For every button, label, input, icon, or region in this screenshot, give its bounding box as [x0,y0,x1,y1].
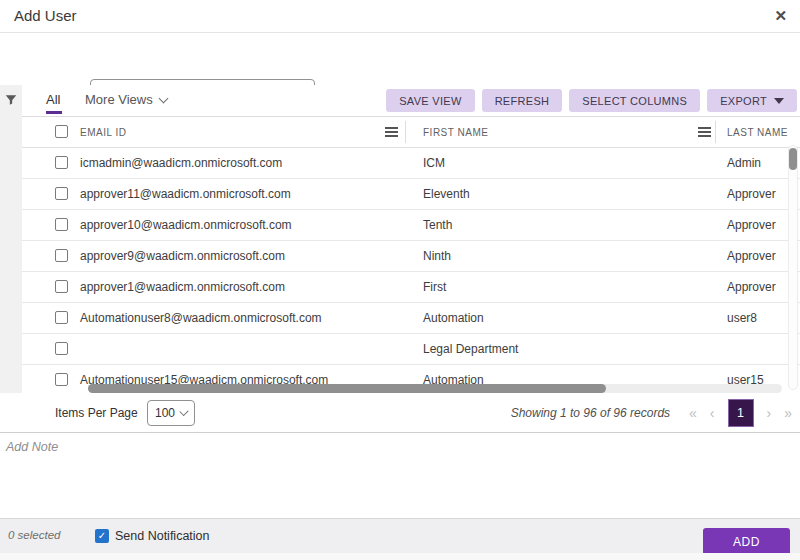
save-view-button[interactable]: SAVE VIEW [386,89,474,112]
cell-email: approver1@waadicm.onmicrosoft.com [80,280,285,294]
vertical-scrollbar[interactable] [788,145,798,390]
selected-count: 0 selected [8,529,60,541]
cell-first-name: Tenth [423,218,452,232]
select-role-row: *SELECT ROLE Select Role [0,33,800,85]
row-checkbox[interactable] [55,373,68,386]
tab-more-views[interactable]: More Views [85,92,167,107]
cell-email: approver9@waadicm.onmicrosoft.com [80,249,285,263]
items-per-page-label: Items Per Page [55,406,138,420]
page-title: Add User [14,7,77,24]
caret-down-icon [774,98,784,104]
pagination: Showing 1 to 96 of 96 records « ‹ 1 › » [511,393,792,433]
cell-first-name: ICM [423,156,445,170]
refresh-button[interactable]: REFRESH [482,89,563,112]
note-placeholder: Add Note [6,440,58,454]
current-page-button[interactable]: 1 [728,399,754,427]
row-checkbox[interactable] [55,156,68,169]
grid-toolbar: All More Views SAVE VIEW REFRESH SELECT … [22,85,800,117]
column-divider [715,121,716,143]
chevron-down-icon [179,407,188,416]
cell-last-name: user8 [727,311,757,325]
note-textarea[interactable]: Add Note [0,433,800,518]
row-checkbox[interactable] [55,280,68,293]
cell-last-name: Approver [727,280,776,294]
table-row[interactable]: approver1@waadicm.onmicrosoft.com First … [22,272,800,303]
add-user-dialog: Add User ✕ *SELECT ROLE Select Role All … [0,0,800,560]
first-page-button[interactable]: « [689,406,697,420]
add-button[interactable]: ADD [703,528,790,555]
table-row[interactable]: approver9@waadicm.onmicrosoft.com Ninth … [22,241,800,272]
bottom-strip [0,553,800,560]
table-body: icmadmin@waadicm.onmicrosoft.com ICM Adm… [22,148,800,393]
table-row[interactable]: approver11@waadicm.onmicrosoft.com Eleve… [22,179,800,210]
column-divider [405,121,406,143]
cell-last-name: Admin [727,156,761,170]
cell-email: Automationuser8@waadicm.onmicrosoft.com [80,311,322,325]
column-menu-icon[interactable] [698,127,711,137]
showing-records-text: Showing 1 to 96 of 96 records [511,406,670,420]
cell-last-name: Approver [727,249,776,263]
table-header: EMAIL ID FIRST NAME LAST NAME [22,117,800,148]
cell-email: approver11@waadicm.onmicrosoft.com [80,187,291,201]
table-row[interactable]: icmadmin@waadicm.onmicrosoft.com ICM Adm… [22,148,800,179]
dialog-header: Add User ✕ [0,0,800,33]
last-page-button[interactable]: » [784,406,792,420]
user-grid-section: All More Views SAVE VIEW REFRESH SELECT … [0,85,800,433]
close-icon[interactable]: ✕ [774,6,787,26]
table-row[interactable]: approver10@waadicm.onmicrosoft.com Tenth… [22,210,800,241]
table-row[interactable]: Legal Department [22,334,800,365]
filter-icon[interactable] [4,93,18,111]
row-checkbox[interactable] [55,342,68,355]
export-button[interactable]: EXPORT [707,89,797,112]
previous-page-button[interactable]: ‹ [710,406,715,420]
chevron-down-icon [158,93,168,103]
column-header-first-name[interactable]: FIRST NAME [423,127,488,138]
cell-first-name: Automation [423,311,484,325]
table-row[interactable]: Automationuser8@waadicm.onmicrosoft.com … [22,303,800,334]
cell-first-name: Ninth [423,249,451,263]
cell-first-name: Eleventh [423,187,470,201]
send-notification-label: Send Notification [115,529,210,543]
items-per-page-value: 100 [155,406,175,420]
table-footer: Items Per Page 100 Showing 1 to 96 of 96… [0,393,800,433]
next-page-button[interactable]: › [767,406,772,420]
horizontal-scrollbar[interactable] [88,384,782,393]
cell-email: icmadmin@waadicm.onmicrosoft.com [80,156,282,170]
cell-last-name: Approver [727,218,776,232]
column-header-last-name[interactable]: LAST NAME [727,127,788,138]
column-header-email[interactable]: EMAIL ID [80,127,126,138]
cell-first-name: Legal Department [423,342,518,356]
vertical-scrollbar-thumb[interactable] [789,148,797,170]
cell-first-name: First [423,280,446,294]
row-checkbox[interactable] [55,311,68,324]
toolbar-buttons: SAVE VIEW REFRESH SELECT COLUMNS EXPORT [386,89,797,112]
footer-bar: 0 selected ✓ Send Notification ADD [0,518,800,553]
tab-all[interactable]: All [46,92,60,107]
cell-last-name: Approver [727,187,776,201]
row-checkbox[interactable] [55,187,68,200]
select-all-checkbox[interactable] [55,125,68,138]
horizontal-scrollbar-thumb[interactable] [88,384,606,393]
items-per-page-dropdown[interactable]: 100 [147,400,195,426]
column-menu-icon[interactable] [385,127,398,137]
cell-email: approver10@waadicm.onmicrosoft.com [80,218,292,232]
row-checkbox[interactable] [55,218,68,231]
row-checkbox[interactable] [55,249,68,262]
select-columns-button[interactable]: SELECT COLUMNS [569,89,700,112]
filter-strip [0,85,22,433]
send-notification-checkbox[interactable]: ✓ [95,529,109,543]
